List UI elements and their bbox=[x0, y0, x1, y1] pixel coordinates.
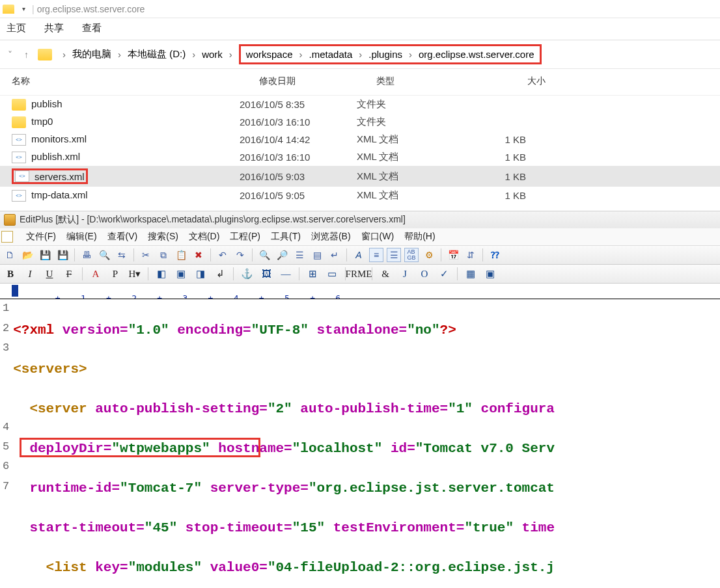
copy-icon[interactable]: ⧉ bbox=[156, 248, 171, 262]
ruler: ---+----1----+----2----+----3----+----4-… bbox=[0, 284, 720, 299]
frame-icon[interactable]: FRME bbox=[351, 267, 367, 281]
line-number-icon[interactable]: ☰ bbox=[387, 248, 401, 262]
dropdown-icon[interactable]: ▾ bbox=[22, 5, 25, 12]
print-icon[interactable]: 🖶 bbox=[79, 248, 94, 262]
nav-back-icon[interactable]: ˅ bbox=[5, 48, 15, 61]
col-name[interactable]: 名称 bbox=[12, 75, 259, 87]
open-file-icon[interactable]: 📂 bbox=[20, 248, 35, 262]
chevron-right-icon: › bbox=[118, 49, 121, 60]
settings-icon[interactable]: ⚙ bbox=[422, 248, 436, 262]
file-row[interactable]: tmp02016/10/3 16:10文件夹 bbox=[0, 113, 720, 131]
image-icon[interactable]: 🖼 bbox=[258, 267, 274, 281]
window-icon[interactable]: ▣ bbox=[482, 267, 498, 281]
col-date[interactable]: 修改日期 bbox=[259, 75, 376, 87]
line-number: 5 bbox=[3, 439, 9, 459]
file-name: <>monitors.xml bbox=[12, 133, 240, 146]
separator bbox=[82, 267, 83, 280]
find-icon[interactable]: 🔍 bbox=[257, 248, 271, 262]
form-icon[interactable]: ▭ bbox=[324, 267, 340, 281]
highlight-icon[interactable]: P bbox=[107, 267, 123, 281]
delete-icon[interactable]: ✖ bbox=[191, 248, 206, 262]
redo-icon[interactable]: ↷ bbox=[233, 248, 247, 262]
col-size[interactable]: 大小 bbox=[487, 75, 565, 87]
chevron-right-icon: › bbox=[192, 49, 195, 60]
font-icon[interactable]: A bbox=[352, 248, 366, 262]
word-wrap-icon[interactable]: ≡ bbox=[369, 248, 383, 262]
help-icon[interactable]: ⁇ bbox=[488, 248, 502, 262]
editor-toolbar-main: 🗋 📂 💾 💾 🖶 🔍 ⇆ ✂ ⧉ 📋 ✖ ↶ ↷ 🔍 🔎 ☰ ▤ ↵ A ≡ … bbox=[0, 246, 720, 265]
file-row[interactable]: publish2016/10/5 8:35文件夹 bbox=[0, 96, 720, 113]
menu-window[interactable]: 窗口(W) bbox=[361, 231, 395, 243]
file-type: XML 文档 bbox=[357, 170, 467, 183]
new-file-icon[interactable]: 🗋 bbox=[3, 248, 17, 262]
paste-icon[interactable]: 📋 bbox=[174, 248, 188, 262]
separator: | bbox=[32, 4, 35, 14]
align-left-icon[interactable]: ◧ bbox=[154, 267, 169, 281]
sort-icon[interactable]: ⇵ bbox=[464, 248, 478, 262]
color-icon[interactable]: A bbox=[88, 267, 104, 281]
menu-document[interactable]: 文档(D) bbox=[189, 231, 219, 243]
menu-file[interactable]: 文件(F) bbox=[26, 231, 56, 243]
find-next-icon[interactable]: 🔎 bbox=[275, 248, 289, 262]
tab-view[interactable]: 查看 bbox=[82, 22, 102, 34]
file-row[interactable]: <>monitors.xml2016/10/4 14:42XML 文档1 KB bbox=[0, 131, 720, 148]
menu-browser[interactable]: 浏览器(B) bbox=[311, 231, 351, 243]
bold-icon[interactable]: B bbox=[3, 267, 18, 281]
script-icon[interactable]: J bbox=[397, 267, 413, 281]
tab-home[interactable]: 主页 bbox=[7, 22, 26, 34]
file-row[interactable]: <>servers.xml2016/10/5 9:03XML 文档1 KB bbox=[0, 166, 720, 187]
strike-icon[interactable]: F bbox=[61, 267, 77, 281]
object-icon[interactable]: O bbox=[417, 267, 432, 281]
crumb-metadata[interactable]: .metadata bbox=[309, 49, 353, 60]
special-char-icon[interactable]: & bbox=[378, 267, 393, 281]
crumb-current[interactable]: org.eclipse.wst.server.core bbox=[419, 49, 534, 60]
separator bbox=[233, 267, 234, 280]
file-row[interactable]: <>tmp-data.xml2016/10/5 9:05XML 文档1 KB bbox=[0, 187, 720, 204]
calendar-icon[interactable]: 📅 bbox=[446, 248, 460, 262]
file-row[interactable]: <>publish.xml2016/10/3 16:10XML 文档1 KB bbox=[0, 148, 720, 166]
italic-icon[interactable]: I bbox=[22, 267, 38, 281]
undo-icon[interactable]: ↶ bbox=[215, 248, 230, 262]
validate-icon[interactable]: ✓ bbox=[436, 267, 452, 281]
separator bbox=[74, 248, 75, 261]
col-type[interactable]: 类型 bbox=[376, 75, 487, 87]
align-center-icon[interactable]: ▣ bbox=[173, 267, 189, 281]
file-name: <>tmp-data.xml bbox=[12, 189, 240, 202]
goto-icon[interactable]: ☰ bbox=[292, 248, 307, 262]
menu-help[interactable]: 帮助(H) bbox=[404, 231, 435, 243]
print-preview-icon[interactable]: 🔍 bbox=[97, 248, 111, 262]
crumb-workspace[interactable]: workspace bbox=[246, 49, 293, 60]
menu-project[interactable]: 工程(P) bbox=[230, 231, 260, 243]
menu-tools[interactable]: 工具(T) bbox=[271, 231, 301, 243]
table-icon[interactable]: ⊞ bbox=[305, 267, 320, 281]
menu-search[interactable]: 搜索(S) bbox=[148, 231, 178, 243]
save-icon[interactable]: 💾 bbox=[38, 248, 52, 262]
align-right-icon[interactable]: ◨ bbox=[193, 267, 208, 281]
crumb-mycomputer[interactable]: 我的电脑 bbox=[72, 48, 111, 60]
crumb-d-drive[interactable]: 本地磁盘 (D:) bbox=[128, 48, 186, 60]
save-all-icon[interactable]: 💾 bbox=[55, 248, 70, 262]
menu-edit[interactable]: 编辑(E) bbox=[66, 231, 97, 243]
menu-view[interactable]: 查看(V) bbox=[107, 231, 138, 243]
crumb-work[interactable]: work bbox=[202, 49, 223, 60]
charset-icon[interactable]: ABGB bbox=[404, 248, 419, 262]
separator bbox=[148, 267, 148, 280]
cut-icon[interactable]: ✂ bbox=[139, 248, 153, 262]
crumb-plugins[interactable]: .plugins bbox=[368, 49, 402, 60]
heading-icon[interactable]: H▾ bbox=[127, 267, 143, 281]
tab-share[interactable]: 共享 bbox=[44, 22, 64, 34]
code-content[interactable]: <?xml version="1.0" encoding="UTF-8" sta… bbox=[13, 299, 555, 588]
toggle-icon[interactable]: ⇆ bbox=[115, 248, 129, 262]
palette-icon[interactable]: ▦ bbox=[463, 267, 478, 281]
underline-icon[interactable]: U bbox=[42, 267, 57, 281]
anchor-icon[interactable]: ⚓ bbox=[239, 267, 255, 281]
wrap-icon[interactable]: ↵ bbox=[327, 248, 342, 262]
hr-icon[interactable]: — bbox=[278, 267, 294, 281]
file-type: 文件夹 bbox=[357, 98, 467, 111]
non-break-icon[interactable]: ↲ bbox=[212, 267, 228, 281]
xml-file-icon: <> bbox=[15, 170, 29, 182]
nav-up-icon[interactable]: ↑ bbox=[21, 48, 31, 61]
file-size: 1 KB bbox=[467, 190, 546, 201]
bookmark-icon[interactable]: ▤ bbox=[310, 248, 324, 262]
breadcrumb: › 我的电脑 › 本地磁盘 (D:) › work › workspace › … bbox=[62, 44, 542, 64]
